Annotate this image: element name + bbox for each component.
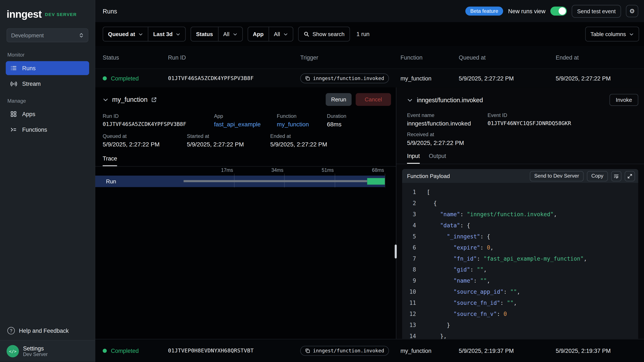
- chevron-down-icon: [176, 32, 180, 36]
- payload-code-block[interactable]: 1[2 {3 "name": "inngest/function.invoked…: [402, 183, 638, 339]
- function-name: my_function: [400, 75, 459, 82]
- chevron-down-icon: [138, 32, 143, 36]
- table-row[interactable]: Completed 01JTVEP0H8EVDNYXH68QRSTVBT inn…: [95, 339, 644, 362]
- collapse-chevron-icon[interactable]: [103, 97, 108, 102]
- field-label: Received at: [407, 132, 633, 138]
- event-title: inngest/function.invoked: [417, 96, 483, 104]
- new-runs-view-toggle[interactable]: [550, 7, 567, 15]
- line-number: 14: [402, 333, 416, 339]
- copy-button[interactable]: Copy: [587, 171, 608, 181]
- field-run-id: 01JTVF46SA5ZCDK4YPFSPV3B8F: [103, 121, 214, 127]
- payload-title: Function Payload: [407, 173, 450, 179]
- help-icon: ?: [8, 327, 15, 335]
- external-link-icon[interactable]: [151, 97, 157, 102]
- ended-at-value: 5/9/2025, 2:19:37 PM: [556, 347, 644, 354]
- word-wrap-button[interactable]: [611, 171, 621, 181]
- sidebar-item-stream[interactable]: Stream: [6, 77, 89, 90]
- run-count: 1 run: [356, 31, 370, 37]
- trigger-badge[interactable]: inngest/function.invoked: [300, 346, 389, 355]
- sidebar-bottom: ? Help and Feedback </> Settings Dev Ser…: [0, 321, 95, 362]
- event-detail-panel: inngest/function.invoked Invoke Event na…: [396, 87, 644, 339]
- tab-input[interactable]: Input: [407, 153, 420, 164]
- rerun-button[interactable]: Rerun: [326, 93, 352, 106]
- column-header-trigger: Trigger: [300, 54, 400, 61]
- received-at: 5/9/2025, 2:27:22 PM: [407, 140, 633, 146]
- help-label: Help and Feedback: [19, 327, 68, 334]
- send-to-dev-server-button[interactable]: Send to Dev Server: [530, 171, 584, 181]
- line-number: 5: [402, 233, 416, 239]
- line-number: 11: [402, 299, 416, 306]
- panel-resize-handle[interactable]: [395, 245, 397, 258]
- status-badge: Completed: [103, 347, 168, 354]
- trace-segment-waiting[interactable]: [184, 180, 367, 182]
- environment-select[interactable]: Development: [6, 28, 88, 42]
- code-line: 7 "fn_id": "fast_api_example-my_function…: [402, 253, 638, 264]
- event-fields: Event name inngest/function.invoked Even…: [396, 109, 644, 127]
- app-filter[interactable]: App All: [248, 27, 293, 41]
- line-number: 2: [402, 199, 416, 206]
- status-badge: Completed: [103, 75, 168, 82]
- table-row[interactable]: Completed 01JTVF46SA5ZCDK4YPFSPV3B8F inn…: [95, 69, 644, 87]
- new-runs-view-label: New runs view: [508, 8, 546, 14]
- section-label-monitor: Monitor: [0, 45, 95, 60]
- trace-tick-label: 34ms: [271, 167, 284, 173]
- table-columns-button[interactable]: Table columns: [585, 27, 639, 41]
- page-title: Runs: [103, 8, 117, 15]
- show-search-button[interactable]: Show search: [298, 27, 350, 41]
- status-filter-value[interactable]: All: [218, 27, 242, 41]
- cancel-button[interactable]: Cancel: [356, 93, 391, 106]
- apps-icon: [10, 110, 17, 118]
- time-range-filter[interactable]: Last 3d: [148, 27, 186, 41]
- run-id: 01JTVF46SA5ZCDK4YPFSPV3B8F: [168, 75, 300, 81]
- trace-waterfall: Run 17ms34ms51ms68ms: [95, 167, 396, 191]
- code-line: 6 "expire": 0,: [402, 242, 638, 253]
- trace-segment-execution[interactable]: [367, 178, 385, 185]
- status-filter[interactable]: Status All: [190, 27, 242, 41]
- event-icon: [305, 348, 310, 353]
- trigger-badge[interactable]: inngest/function.invoked: [300, 73, 389, 83]
- field-app-link[interactable]: fast_api_example: [214, 121, 277, 128]
- line-number: 3: [402, 211, 416, 217]
- search-icon: [304, 31, 309, 37]
- topbar: Runs Beta feature New runs view Send tes…: [95, 0, 644, 22]
- field-function-link[interactable]: my_function: [277, 121, 327, 128]
- send-test-event-button[interactable]: Send test event: [572, 5, 621, 17]
- column-header-queued-at: Queued at: [459, 54, 556, 61]
- field-label: Event name: [407, 113, 488, 118]
- sidebar-item-apps[interactable]: Apps: [6, 107, 89, 121]
- run-title: my_function: [112, 96, 148, 103]
- table-header: Status Run ID Trigger Function Queued at…: [95, 46, 644, 69]
- tab-output[interactable]: Output: [429, 153, 446, 164]
- io-tabs: Input Output: [396, 146, 644, 164]
- sidebar-item-runs[interactable]: Runs: [6, 61, 89, 75]
- queued-at-value: 5/9/2025, 2:27:22 PM: [459, 75, 556, 82]
- chevron-down-icon: [283, 32, 288, 36]
- app-filter-value[interactable]: All: [269, 27, 293, 41]
- run-detail-fields-row-2: Queued at 5/9/2025, 2:27:22 PM Started a…: [95, 128, 396, 148]
- field-label: Function: [277, 113, 327, 119]
- sidebar-item-functions[interactable]: Functions: [6, 123, 89, 137]
- collapse-chevron-icon[interactable]: [407, 97, 413, 103]
- received-at-block: Received at 5/9/2025, 2:27:22 PM: [396, 127, 644, 146]
- line-number: 6: [402, 244, 416, 251]
- code-line: 2 {: [402, 197, 638, 208]
- settings-link[interactable]: </> Settings Dev Server: [0, 340, 95, 362]
- invoke-button[interactable]: Invoke: [610, 94, 638, 106]
- trace-tick-label: 17ms: [221, 167, 234, 173]
- line-number: 7: [402, 255, 416, 262]
- code-line: 4 "data": {: [402, 219, 638, 230]
- gear-button[interactable]: ⚙: [626, 5, 638, 17]
- beta-feature-badge: Beta feature: [465, 7, 503, 15]
- field-label: Duration: [327, 113, 346, 119]
- dev-server-avatar-icon: </>: [6, 345, 19, 358]
- help-and-feedback-link[interactable]: ? Help and Feedback: [0, 321, 95, 340]
- settings-subtitle: Dev Server: [23, 352, 48, 357]
- field-label: Started at: [187, 133, 270, 139]
- tab-trace[interactable]: Trace: [103, 155, 117, 166]
- column-header-status: Status: [103, 54, 168, 61]
- expand-button[interactable]: [625, 171, 635, 181]
- sidebar-item-label: Stream: [22, 80, 41, 87]
- code-lines: 1[2 {3 "name": "inngest/function.invoked…: [402, 186, 638, 339]
- queued-at-filter[interactable]: Queued at: [103, 27, 148, 41]
- field-duration: 68ms: [327, 121, 346, 128]
